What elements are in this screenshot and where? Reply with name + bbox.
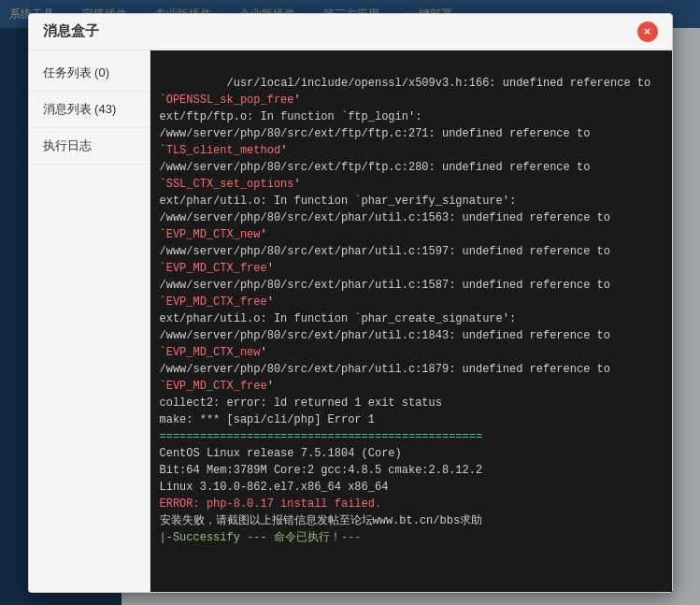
log-text: /usr/local/include/openssl/x509v3.h:166:… (160, 77, 658, 544)
modal-title: 消息盒子 (43, 22, 99, 40)
nav-execution-log[interactable]: 执行日志 (29, 128, 150, 165)
close-button[interactable]: × (637, 22, 658, 42)
modal-sidebar: 任务列表 (0) 消息列表 (43) 执行日志 (29, 50, 150, 592)
nav-message-list[interactable]: 消息列表 (43) (29, 92, 150, 128)
log-output[interactable]: /usr/local/include/openssl/x509v3.h:166:… (150, 50, 672, 592)
log-content-area: /usr/local/include/openssl/x509v3.h:166:… (150, 50, 672, 592)
modal-header: 消息盒子 × (29, 14, 672, 50)
modal-body: 任务列表 (0) 消息列表 (43) 执行日志 /usr/local/inclu… (29, 50, 672, 592)
modal-overlay: 消息盒子 × 任务列表 (0) 消息列表 (43) 执行日志 /usr/loca… (0, 0, 700, 605)
modal-dialog: 消息盒子 × 任务列表 (0) 消息列表 (43) 执行日志 /usr/loca… (28, 13, 673, 593)
nav-task-list[interactable]: 任务列表 (0) (29, 55, 150, 92)
